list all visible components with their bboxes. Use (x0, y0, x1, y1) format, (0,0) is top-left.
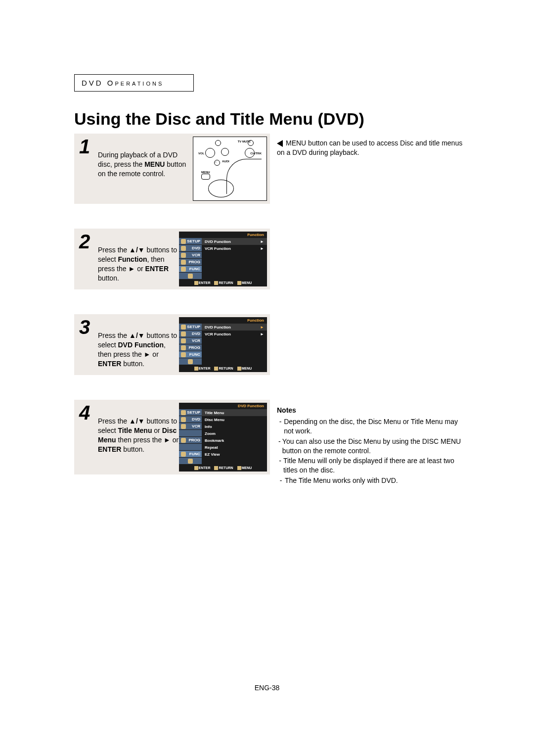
empty-row (202, 266, 267, 273)
menu-icon (237, 367, 241, 371)
bm-txt4: MENU (242, 466, 252, 470)
br-txt3: RETURN (219, 367, 233, 370)
ml-prog-txt: PROG (188, 260, 200, 264)
dash-icon: - (277, 476, 285, 485)
ml-dvd-txt3: DVD (192, 331, 200, 336)
menu-left-prog: PROG (179, 259, 202, 266)
empty-row (202, 458, 267, 465)
remote-btn-tvmute-icon (248, 140, 254, 146)
step-2-number: 2 (79, 232, 94, 251)
menu-row-vcr-function: VCR Function► (202, 331, 267, 337)
empty-row (202, 337, 267, 344)
chevron-right-icon: ► (260, 325, 264, 330)
bottom-enter: ENTER (194, 466, 211, 470)
note-1-text: Depending on the disc, the Disc Menu or … (284, 417, 465, 436)
menu-left-prog: PROG (179, 344, 202, 351)
mr-vcrfn: VCR Function (205, 246, 231, 251)
remote-btn-mute-icon (221, 148, 229, 156)
note-4-text: The Title Menu works only with DVD. (285, 476, 398, 485)
mr-vcrfn3: VCR Function (205, 332, 231, 336)
notes-block: Notes -Depending on the disc, the Disc M… (277, 406, 465, 486)
dvd-disc-icon (181, 246, 186, 251)
note-2-text: You can also use the Disc Menu by using … (282, 437, 465, 456)
section-chip-text: DVD Operations (82, 79, 164, 87)
callout-text: MENU button can be used to access Disc a… (277, 139, 462, 156)
menu-left-empty-repeat (179, 444, 202, 451)
menu-left-tool-icon (179, 458, 202, 465)
s3t5: button. (121, 360, 144, 368)
menu-row-zoom: Zoom (202, 430, 267, 437)
enter-icon (194, 367, 198, 371)
empty-row (202, 259, 267, 266)
menu-row-bookmark: Bookmark (202, 437, 267, 444)
empty-row (202, 344, 267, 351)
chevron-right-icon: ► (260, 246, 264, 251)
dash-icon: - (277, 437, 282, 456)
enter-icon (194, 466, 198, 470)
ml-func-txt: FUNC (189, 267, 200, 271)
s4t1: Press the (98, 417, 129, 425)
note-2: -You can also use the Disc Menu by using… (277, 437, 465, 456)
triangle-left-icon (277, 140, 283, 147)
ml-vcr-txt: VCR (192, 253, 200, 257)
menu-left-func: FUNC (179, 351, 202, 358)
s4b1: Title Menu (118, 426, 152, 434)
step-1: 1 During playback of a DVD disc, press t… (74, 134, 270, 204)
be-txt: ENTER (199, 281, 211, 284)
gear-icon (188, 359, 193, 364)
dvd-disc-menu: Disc Menu (205, 418, 224, 422)
bottom-return: RETURN (214, 466, 233, 470)
label-chtrk: CH/TRK (250, 152, 262, 155)
remote-btn-menu-icon (201, 174, 210, 180)
s2b2: ENTER (145, 265, 169, 273)
remote-btn-minus-icon: − (214, 160, 220, 166)
setup-gear-icon (181, 239, 186, 244)
step-2-menu-screen: Function SETUPDVD Function► DVDVCR Funct… (179, 232, 267, 286)
prog-clock-icon (181, 260, 186, 265)
step-3-number: 3 (79, 317, 94, 337)
s4t6: button. (121, 445, 144, 453)
menu-bottom-bar: ENTER RETURN MENU (179, 365, 267, 372)
label-vol: VOL (198, 152, 204, 155)
menu-left-vcr: VCR (179, 423, 202, 430)
menu-left-dvd: DVD (179, 245, 202, 252)
enter-icon (194, 281, 198, 285)
bottom-return: RETURN (214, 281, 233, 285)
menu-left-tool-icon (179, 358, 202, 365)
vcr-cassette-icon (181, 424, 186, 429)
dash-icon: - (277, 456, 283, 475)
empty-row (202, 351, 267, 358)
ml-func-txt4: FUNC (189, 452, 200, 456)
vcr-cassette-icon (181, 338, 186, 343)
page-title: Using the Disc and Title Menu (DVD) (74, 109, 465, 129)
remote-rocker-vol-icon (205, 148, 215, 158)
func-icon (181, 452, 186, 457)
page-number: ENG-38 (0, 684, 534, 692)
s3t1: Press the (98, 331, 129, 339)
menu-left-dvd: DVD (179, 331, 202, 337)
dvd-zoom: Zoom (205, 431, 216, 436)
chevron-right-icon: ► (260, 332, 264, 336)
gear-icon (188, 274, 193, 279)
step-4-number: 4 (79, 403, 94, 423)
step-3: 3 Press the ▲/▼ buttons to select DVD Fu… (74, 314, 270, 375)
gear-icon (188, 459, 193, 464)
return-icon (214, 466, 218, 470)
step-3-text: Press the ▲/▼ buttons to select DVD Func… (98, 331, 179, 369)
dvd-bookmark: Bookmark (205, 438, 224, 443)
setup-gear-icon (181, 325, 186, 330)
step-1-text: During playback of a DVD disc, press the… (98, 150, 193, 179)
right-arrow-icon: ► (128, 265, 135, 273)
ml-vcr-txt4: VCR (192, 424, 200, 428)
notes-heading: Notes (277, 406, 465, 415)
setup-gear-icon (181, 410, 186, 415)
right-arrow-icon: ► (144, 350, 151, 358)
s3b2: ENTER (98, 360, 121, 368)
dvd-repeat: Repeat (205, 445, 218, 450)
ml-dvd-txt4: DVD (192, 417, 200, 422)
dvd-ezview: EZ View (205, 452, 220, 457)
step-4-text: Press the ▲/▼ buttons to select Title Me… (98, 417, 179, 454)
empty-row (202, 252, 267, 259)
bm-txt3: MENU (242, 367, 252, 370)
menu-bottom-bar: ENTER RETURN MENU (179, 465, 267, 472)
